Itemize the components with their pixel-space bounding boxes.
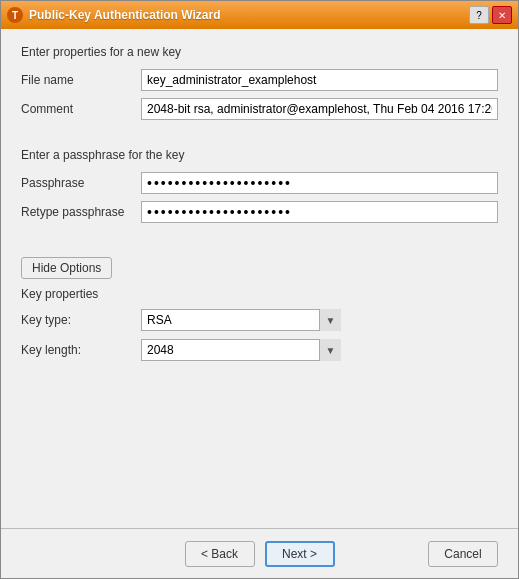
- key-type-label: Key type:: [21, 313, 141, 327]
- file-name-label: File name: [21, 73, 141, 87]
- title-bar-buttons: ? ✕: [469, 6, 512, 24]
- close-button[interactable]: ✕: [492, 6, 512, 24]
- help-button[interactable]: ?: [469, 6, 489, 24]
- key-type-row: Key type: RSA DSA ECDSA Ed25519 ▼: [21, 309, 498, 331]
- comment-row: Comment: [21, 98, 498, 120]
- retype-row: Retype passphrase: [21, 201, 498, 223]
- new-key-section: Enter properties for a new key File name…: [21, 45, 498, 127]
- options-section: Hide Options Key properties Key type: RS…: [21, 257, 498, 369]
- cancel-button[interactable]: Cancel: [428, 541, 498, 567]
- key-length-dropdown-wrapper: 1024 2048 3072 4096 ▼: [141, 339, 341, 361]
- comment-label: Comment: [21, 102, 141, 116]
- new-key-title: Enter properties for a new key: [21, 45, 498, 59]
- key-type-select[interactable]: RSA DSA ECDSA Ed25519: [141, 309, 341, 331]
- passphrase-input[interactable]: [141, 172, 498, 194]
- passphrase-label: Passphrase: [21, 176, 141, 190]
- passphrase-section: Enter a passphrase for the key Passphras…: [21, 148, 498, 230]
- key-length-row: Key length: 1024 2048 3072 4096 ▼: [21, 339, 498, 361]
- wizard-window: T Public-Key Authentication Wizard ? ✕ E…: [0, 0, 519, 579]
- passphrase-title: Enter a passphrase for the key: [21, 148, 498, 162]
- key-length-select[interactable]: 1024 2048 3072 4096: [141, 339, 341, 361]
- retype-input[interactable]: [141, 201, 498, 223]
- bottom-inner: < Back Next > Cancel: [1, 541, 518, 567]
- key-length-label: Key length:: [21, 343, 141, 357]
- wizard-content: Enter properties for a new key File name…: [1, 29, 518, 528]
- file-name-row: File name: [21, 69, 498, 91]
- comment-input[interactable]: [141, 98, 498, 120]
- bottom-bar: < Back Next > Cancel: [1, 528, 518, 578]
- app-icon: T: [7, 7, 23, 23]
- file-name-input[interactable]: [141, 69, 498, 91]
- window-title: Public-Key Authentication Wizard: [29, 8, 463, 22]
- next-button[interactable]: Next >: [265, 541, 335, 567]
- retype-label: Retype passphrase: [21, 205, 141, 219]
- back-button[interactable]: < Back: [185, 541, 255, 567]
- passphrase-row: Passphrase: [21, 172, 498, 194]
- hide-options-button[interactable]: Hide Options: [21, 257, 112, 279]
- title-bar: T Public-Key Authentication Wizard ? ✕: [1, 1, 518, 29]
- key-type-dropdown-wrapper: RSA DSA ECDSA Ed25519 ▼: [141, 309, 341, 331]
- key-properties-title: Key properties: [21, 287, 498, 301]
